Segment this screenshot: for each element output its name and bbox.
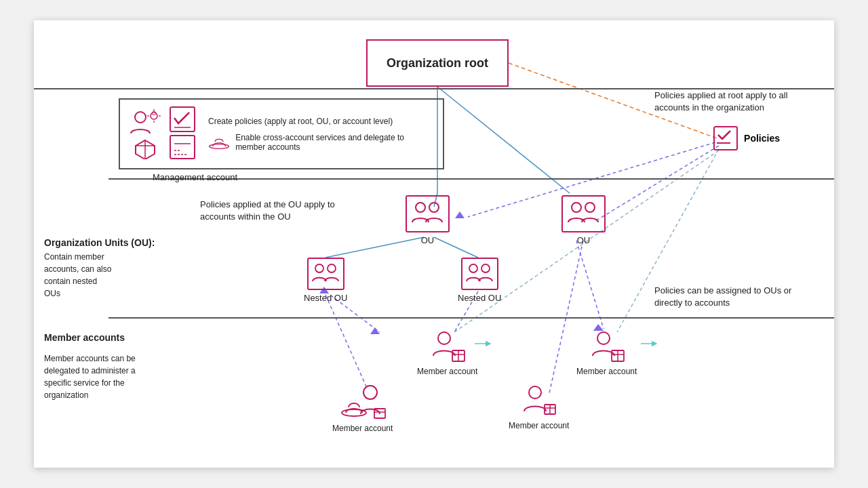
- svg-point-32: [151, 113, 157, 119]
- nested-ou-2: Nested OU: [458, 258, 501, 303]
- svg-point-58: [481, 264, 490, 272]
- svg-point-55: [328, 264, 336, 272]
- mgmt-checklist-icon: [169, 106, 196, 163]
- member-2-label: Member account: [576, 367, 637, 376]
- member-1-label: Member account: [417, 367, 477, 376]
- svg-point-68: [363, 386, 377, 399]
- root-policies-note: Policies applied at root apply to all ac…: [654, 89, 797, 114]
- org-root-label: Organization root: [387, 56, 488, 70]
- member-4-label: Member account: [509, 421, 569, 430]
- member-section-label: Member accounts: [44, 332, 125, 343]
- org-root-box: Organization root: [366, 39, 509, 87]
- svg-point-59: [438, 332, 450, 344]
- policies-icon: [713, 125, 738, 151]
- member-account-3: Member account: [332, 383, 393, 433]
- nested-ou-2-label: Nested OU: [458, 293, 501, 303]
- policies-box: Policies: [713, 125, 780, 151]
- ou-node-1: OU: [406, 195, 450, 245]
- member-icon-1: [428, 329, 467, 364]
- svg-point-49: [429, 203, 439, 212]
- nested-ou-1: Nested OU: [304, 258, 347, 303]
- nested-ou-icon-2: [461, 258, 498, 290]
- management-account-box: Create policies (apply at root, OU, or a…: [119, 98, 444, 169]
- management-account-label: Management account: [153, 172, 237, 182]
- ou-1-label: OU: [421, 235, 435, 245]
- mgmt-feature-2-row: Enable cross-account services and delega…: [208, 133, 435, 152]
- delegate-icon: [208, 135, 230, 150]
- svg-rect-42: [170, 136, 195, 159]
- member-account-1: Member account: [417, 329, 477, 376]
- member-icon-3: [339, 383, 387, 421]
- member-3-label: Member account: [332, 424, 393, 433]
- nested-ou-icon-1: [307, 258, 344, 290]
- svg-point-46: [210, 144, 229, 148]
- mgmt-user-gear-icon: [128, 109, 162, 136]
- svg-point-48: [416, 203, 425, 212]
- svg-rect-28: [714, 127, 737, 150]
- svg-point-71: [529, 386, 541, 399]
- mgmt-features-text: Create policies (apply at root, OU, or a…: [208, 117, 435, 152]
- svg-rect-47: [406, 196, 449, 232]
- svg-point-31: [135, 112, 146, 123]
- mgmt-icons-group: [128, 109, 162, 159]
- svg-point-51: [572, 203, 581, 212]
- member-icon-4: [520, 383, 557, 418]
- ou-node-2: OU: [561, 195, 606, 245]
- mgmt-feature-2: Enable cross-account services and delega…: [235, 133, 435, 152]
- svg-point-52: [585, 203, 595, 212]
- nested-ou-1-label: Nested OU: [304, 293, 347, 303]
- svg-rect-50: [562, 196, 605, 232]
- svg-rect-53: [308, 258, 344, 289]
- svg-point-54: [315, 264, 323, 272]
- mgmt-box-icon: [133, 138, 157, 159]
- member-account-2: Member account: [576, 329, 637, 376]
- member-account-4: Member account: [509, 383, 569, 430]
- member-icon-2: [587, 329, 627, 364]
- policies-label: Policies: [744, 133, 780, 144]
- svg-point-57: [469, 264, 477, 272]
- svg-rect-56: [462, 258, 498, 289]
- ou-section-label: Organization Units (OU):: [44, 237, 155, 248]
- ou-icon-2: [561, 195, 606, 232]
- ou-2-label: OU: [577, 235, 591, 245]
- slide: Organization root Policies Policies appl…: [34, 20, 834, 468]
- member-policies-note: Policies can be assigned to OUs or direc…: [654, 285, 797, 309]
- member-section-desc: Member accounts can be delegated to admi…: [44, 352, 153, 401]
- ou-icon-1: [406, 195, 450, 232]
- mgmt-feature-1: Create policies (apply at root, OU, or a…: [208, 117, 435, 126]
- svg-marker-26: [370, 327, 380, 334]
- svg-point-63: [597, 332, 610, 344]
- ou-section-desc: Contain member accounts, can also contai…: [44, 251, 115, 300]
- ou-policy-note: Policies applied at the OU apply to acco…: [200, 199, 349, 223]
